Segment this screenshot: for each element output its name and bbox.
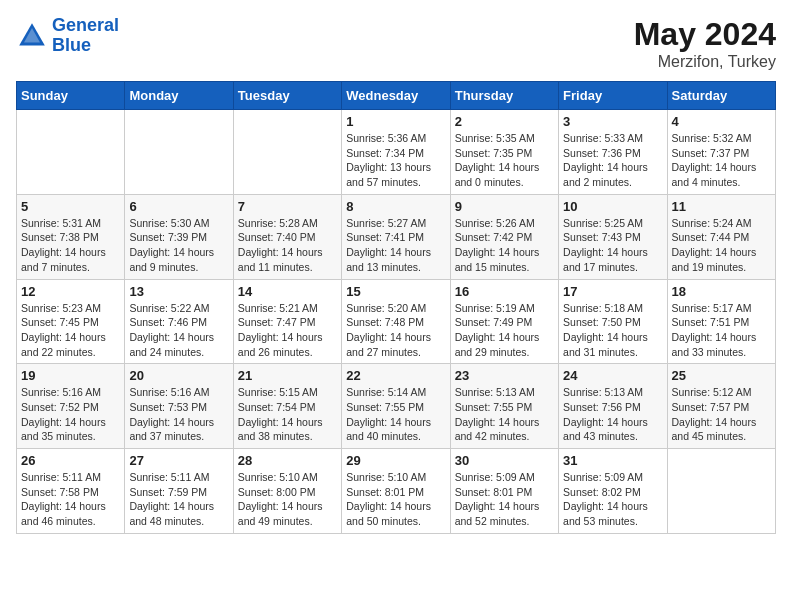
day-info: Sunrise: 5:27 AMSunset: 7:41 PMDaylight:… xyxy=(346,216,445,275)
calendar-cell: 7Sunrise: 5:28 AMSunset: 7:40 PMDaylight… xyxy=(233,194,341,279)
logo-icon xyxy=(16,20,48,52)
col-sunday: Sunday xyxy=(17,82,125,110)
day-number: 8 xyxy=(346,199,445,214)
calendar-title: May 2024 xyxy=(634,16,776,53)
day-info: Sunrise: 5:15 AMSunset: 7:54 PMDaylight:… xyxy=(238,385,337,444)
week-row: 5Sunrise: 5:31 AMSunset: 7:38 PMDaylight… xyxy=(17,194,776,279)
day-number: 5 xyxy=(21,199,120,214)
day-number: 14 xyxy=(238,284,337,299)
day-info: Sunrise: 5:25 AMSunset: 7:43 PMDaylight:… xyxy=(563,216,662,275)
week-row: 12Sunrise: 5:23 AMSunset: 7:45 PMDayligh… xyxy=(17,279,776,364)
day-number: 6 xyxy=(129,199,228,214)
day-number: 10 xyxy=(563,199,662,214)
day-info: Sunrise: 5:35 AMSunset: 7:35 PMDaylight:… xyxy=(455,131,554,190)
calendar-cell xyxy=(233,110,341,195)
calendar-cell: 4Sunrise: 5:32 AMSunset: 7:37 PMDaylight… xyxy=(667,110,775,195)
calendar-cell: 13Sunrise: 5:22 AMSunset: 7:46 PMDayligh… xyxy=(125,279,233,364)
day-number: 30 xyxy=(455,453,554,468)
calendar-cell: 2Sunrise: 5:35 AMSunset: 7:35 PMDaylight… xyxy=(450,110,558,195)
day-info: Sunrise: 5:13 AMSunset: 7:55 PMDaylight:… xyxy=(455,385,554,444)
day-number: 1 xyxy=(346,114,445,129)
day-number: 19 xyxy=(21,368,120,383)
day-number: 20 xyxy=(129,368,228,383)
day-info: Sunrise: 5:20 AMSunset: 7:48 PMDaylight:… xyxy=(346,301,445,360)
day-info: Sunrise: 5:19 AMSunset: 7:49 PMDaylight:… xyxy=(455,301,554,360)
week-row: 26Sunrise: 5:11 AMSunset: 7:58 PMDayligh… xyxy=(17,449,776,534)
day-info: Sunrise: 5:28 AMSunset: 7:40 PMDaylight:… xyxy=(238,216,337,275)
week-row: 1Sunrise: 5:36 AMSunset: 7:34 PMDaylight… xyxy=(17,110,776,195)
day-number: 13 xyxy=(129,284,228,299)
day-info: Sunrise: 5:11 AMSunset: 7:59 PMDaylight:… xyxy=(129,470,228,529)
calendar-cell: 29Sunrise: 5:10 AMSunset: 8:01 PMDayligh… xyxy=(342,449,450,534)
calendar-cell: 9Sunrise: 5:26 AMSunset: 7:42 PMDaylight… xyxy=(450,194,558,279)
day-number: 2 xyxy=(455,114,554,129)
page-header: General Blue May 2024 Merzifon, Turkey xyxy=(16,16,776,71)
day-number: 31 xyxy=(563,453,662,468)
calendar-cell: 12Sunrise: 5:23 AMSunset: 7:45 PMDayligh… xyxy=(17,279,125,364)
day-number: 22 xyxy=(346,368,445,383)
calendar-cell: 31Sunrise: 5:09 AMSunset: 8:02 PMDayligh… xyxy=(559,449,667,534)
day-number: 26 xyxy=(21,453,120,468)
day-number: 3 xyxy=(563,114,662,129)
day-info: Sunrise: 5:21 AMSunset: 7:47 PMDaylight:… xyxy=(238,301,337,360)
col-monday: Monday xyxy=(125,82,233,110)
day-number: 9 xyxy=(455,199,554,214)
week-row: 19Sunrise: 5:16 AMSunset: 7:52 PMDayligh… xyxy=(17,364,776,449)
calendar-cell: 3Sunrise: 5:33 AMSunset: 7:36 PMDaylight… xyxy=(559,110,667,195)
day-info: Sunrise: 5:12 AMSunset: 7:57 PMDaylight:… xyxy=(672,385,771,444)
day-info: Sunrise: 5:18 AMSunset: 7:50 PMDaylight:… xyxy=(563,301,662,360)
col-thursday: Thursday xyxy=(450,82,558,110)
day-info: Sunrise: 5:22 AMSunset: 7:46 PMDaylight:… xyxy=(129,301,228,360)
calendar-cell: 22Sunrise: 5:14 AMSunset: 7:55 PMDayligh… xyxy=(342,364,450,449)
col-wednesday: Wednesday xyxy=(342,82,450,110)
day-info: Sunrise: 5:14 AMSunset: 7:55 PMDaylight:… xyxy=(346,385,445,444)
col-friday: Friday xyxy=(559,82,667,110)
calendar-cell: 1Sunrise: 5:36 AMSunset: 7:34 PMDaylight… xyxy=(342,110,450,195)
calendar-cell xyxy=(667,449,775,534)
day-info: Sunrise: 5:16 AMSunset: 7:53 PMDaylight:… xyxy=(129,385,228,444)
calendar-cell: 16Sunrise: 5:19 AMSunset: 7:49 PMDayligh… xyxy=(450,279,558,364)
day-info: Sunrise: 5:09 AMSunset: 8:01 PMDaylight:… xyxy=(455,470,554,529)
calendar-cell: 15Sunrise: 5:20 AMSunset: 7:48 PMDayligh… xyxy=(342,279,450,364)
day-info: Sunrise: 5:36 AMSunset: 7:34 PMDaylight:… xyxy=(346,131,445,190)
logo-line2: Blue xyxy=(52,35,91,55)
calendar-cell: 23Sunrise: 5:13 AMSunset: 7:55 PMDayligh… xyxy=(450,364,558,449)
calendar-cell: 8Sunrise: 5:27 AMSunset: 7:41 PMDaylight… xyxy=(342,194,450,279)
day-info: Sunrise: 5:32 AMSunset: 7:37 PMDaylight:… xyxy=(672,131,771,190)
calendar-cell: 17Sunrise: 5:18 AMSunset: 7:50 PMDayligh… xyxy=(559,279,667,364)
day-number: 17 xyxy=(563,284,662,299)
day-info: Sunrise: 5:13 AMSunset: 7:56 PMDaylight:… xyxy=(563,385,662,444)
day-number: 16 xyxy=(455,284,554,299)
day-info: Sunrise: 5:17 AMSunset: 7:51 PMDaylight:… xyxy=(672,301,771,360)
logo-text: General Blue xyxy=(52,16,119,56)
calendar-cell: 19Sunrise: 5:16 AMSunset: 7:52 PMDayligh… xyxy=(17,364,125,449)
day-number: 28 xyxy=(238,453,337,468)
day-number: 18 xyxy=(672,284,771,299)
day-number: 12 xyxy=(21,284,120,299)
calendar-cell xyxy=(17,110,125,195)
calendar-cell: 27Sunrise: 5:11 AMSunset: 7:59 PMDayligh… xyxy=(125,449,233,534)
calendar-cell: 24Sunrise: 5:13 AMSunset: 7:56 PMDayligh… xyxy=(559,364,667,449)
calendar-cell: 25Sunrise: 5:12 AMSunset: 7:57 PMDayligh… xyxy=(667,364,775,449)
calendar-cell: 21Sunrise: 5:15 AMSunset: 7:54 PMDayligh… xyxy=(233,364,341,449)
day-number: 27 xyxy=(129,453,228,468)
day-number: 7 xyxy=(238,199,337,214)
calendar-cell: 5Sunrise: 5:31 AMSunset: 7:38 PMDaylight… xyxy=(17,194,125,279)
day-info: Sunrise: 5:30 AMSunset: 7:39 PMDaylight:… xyxy=(129,216,228,275)
day-number: 4 xyxy=(672,114,771,129)
day-info: Sunrise: 5:26 AMSunset: 7:42 PMDaylight:… xyxy=(455,216,554,275)
calendar-cell: 11Sunrise: 5:24 AMSunset: 7:44 PMDayligh… xyxy=(667,194,775,279)
day-info: Sunrise: 5:09 AMSunset: 8:02 PMDaylight:… xyxy=(563,470,662,529)
day-number: 29 xyxy=(346,453,445,468)
day-number: 24 xyxy=(563,368,662,383)
day-info: Sunrise: 5:24 AMSunset: 7:44 PMDaylight:… xyxy=(672,216,771,275)
logo-line1: General xyxy=(52,15,119,35)
col-saturday: Saturday xyxy=(667,82,775,110)
calendar-cell: 6Sunrise: 5:30 AMSunset: 7:39 PMDaylight… xyxy=(125,194,233,279)
calendar-cell: 18Sunrise: 5:17 AMSunset: 7:51 PMDayligh… xyxy=(667,279,775,364)
day-number: 25 xyxy=(672,368,771,383)
calendar-cell: 14Sunrise: 5:21 AMSunset: 7:47 PMDayligh… xyxy=(233,279,341,364)
day-info: Sunrise: 5:10 AMSunset: 8:01 PMDaylight:… xyxy=(346,470,445,529)
calendar-cell xyxy=(125,110,233,195)
calendar-cell: 20Sunrise: 5:16 AMSunset: 7:53 PMDayligh… xyxy=(125,364,233,449)
